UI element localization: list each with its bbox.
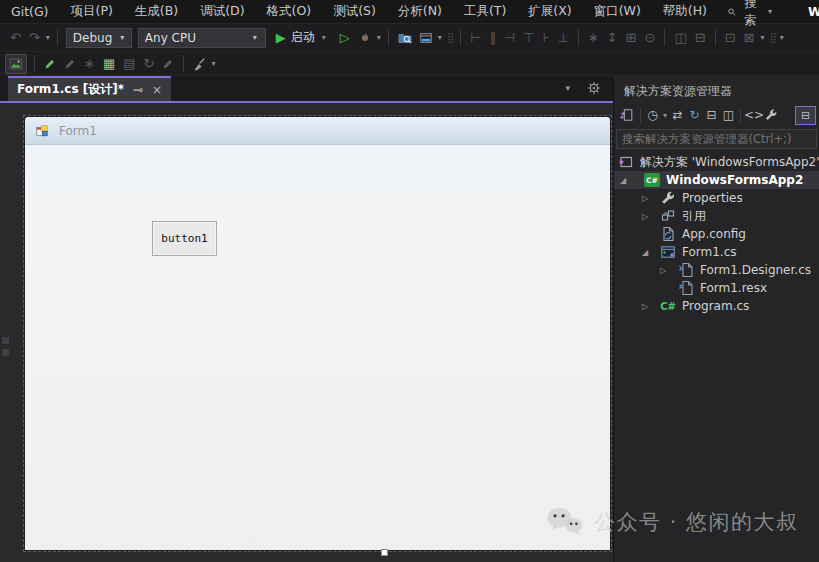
hot-reload-icon[interactable] <box>358 31 372 45</box>
folder-view-toggle[interactable]: ⊟ <box>795 106 816 125</box>
splitter-grip[interactable] <box>2 349 9 356</box>
toolbar-grip[interactable]: ⣿ <box>444 32 455 43</box>
align-tops-icon[interactable]: ⊤ <box>519 31 538 44</box>
tree-item-references[interactable]: ▷ 引用 <box>614 207 819 225</box>
refresh-icon[interactable]: ↻ <box>140 57 159 70</box>
menubar-right: 搜索 ▾ WindowsFormsApp2 <box>718 0 819 31</box>
send-to-back-icon[interactable]: ⊠ <box>740 31 759 44</box>
menu-project[interactable]: 项目(P) <box>60 0 124 23</box>
folder-view-icon: ⊟ <box>801 109 810 122</box>
search-label: 搜索 <box>745 0 761 29</box>
hot-reload-dropdown-icon[interactable]: ▾ <box>375 33 383 42</box>
live-edit-pen-icon[interactable] <box>43 57 57 71</box>
tree-item-solution[interactable]: 解决方案 'WindowsFormsApp2' (1 <box>614 153 819 171</box>
expander-icon[interactable]: ▷ <box>656 266 670 275</box>
divider <box>57 29 58 46</box>
make-same-width-icon[interactable]: ∗ <box>584 31 603 44</box>
pending-changes-filter-icon[interactable]: ◷ <box>644 109 661 121</box>
tree-item-project[interactable]: ◢ C# WindowsFormsApp2 <box>614 171 819 189</box>
toolbar-overflow-icon[interactable]: ▾ <box>209 59 217 68</box>
find-in-files-icon[interactable] <box>397 30 413 46</box>
configuration-dropdown[interactable]: Debug ▾ <box>66 28 132 48</box>
search-button[interactable]: 搜索 ▾ <box>718 0 780 31</box>
vertical-spacing-icon[interactable]: ⊟ <box>691 31 710 44</box>
close-icon[interactable]: × <box>152 83 162 97</box>
tree-label: App.config <box>682 227 746 241</box>
run-grid-icon[interactable]: ▦ <box>99 57 119 70</box>
menu-build[interactable]: 生成(B) <box>124 0 189 23</box>
divider <box>34 55 35 72</box>
edit-pen-icon[interactable] <box>63 57 77 71</box>
bring-to-front-icon[interactable]: ⊡ <box>721 31 740 44</box>
undo-icon[interactable]: ↶ <box>6 31 25 44</box>
expander-icon[interactable]: ▷ <box>638 194 652 203</box>
align-rights-icon[interactable]: ⊣ <box>500 31 519 44</box>
start-debugging-button[interactable]: ▶ 启动 ▾ <box>269 27 335 49</box>
tree-item-form1cs[interactable]: ◢ Form1.cs <box>614 243 819 261</box>
menu-bar: Git(G) 项目(P) 生成(B) 调试(D) 格式(O) 测试(S) 分析(… <box>0 0 819 24</box>
locked-pen-icon[interactable] <box>161 57 175 71</box>
broom-icon[interactable] <box>192 57 206 71</box>
menu-format[interactable]: 格式(O) <box>256 0 323 23</box>
toolbar-grip[interactable]: ⣿ <box>766 32 777 43</box>
splitter-grip[interactable] <box>2 337 9 344</box>
redo-dropdown-icon[interactable]: ▾ <box>44 33 52 42</box>
designed-form[interactable]: Form1 button1 <box>25 117 610 550</box>
tree-item-form1resx[interactable]: Form1.resx <box>614 279 819 297</box>
gear-icon[interactable] <box>587 81 601 95</box>
preview-selected-items-icon[interactable]: ◫ <box>720 109 737 121</box>
tree-item-form1designercs[interactable]: ▷ Form1.Designer.cs <box>614 261 819 279</box>
align-centers-icon[interactable]: ∥ <box>486 31 501 44</box>
tab-form1-designer[interactable]: Form1.cs [设计]* ⊸ × <box>8 76 171 101</box>
solution-search-box[interactable] <box>616 129 817 149</box>
menu-tools[interactable]: 工具(T) <box>453 0 517 23</box>
properties-wrench-icon[interactable] <box>764 108 778 122</box>
toolbar-overflow-icon[interactable]: ▾ <box>778 33 786 42</box>
menu-analyze[interactable]: 分析(N) <box>387 0 453 23</box>
collapse-all-icon[interactable]: ⊟ <box>703 109 720 121</box>
sync-with-active-document-icon[interactable] <box>620 108 634 122</box>
start-without-debugging-button[interactable]: ▷ <box>335 30 355 45</box>
toolbar-overflow-icon[interactable]: ▾ <box>758 33 766 42</box>
menu-test[interactable]: 测试(S) <box>322 0 387 23</box>
align-lefts-icon[interactable]: ⊢ <box>466 31 485 44</box>
chevron-down-icon[interactable]: ▾ <box>436 33 444 42</box>
menu-window[interactable]: 窗口(W) <box>583 0 652 23</box>
horizontal-spacing-icon[interactable]: ◫ <box>670 31 690 44</box>
expander-icon[interactable]: ▷ <box>638 212 652 221</box>
image-tool-button[interactable] <box>5 54 27 74</box>
make-same-size-icon[interactable]: ⊞ <box>622 31 641 44</box>
redo-icon[interactable]: ↷ <box>25 31 44 44</box>
expander-icon[interactable]: ◢ <box>638 248 652 257</box>
menu-help[interactable]: 帮助(H) <box>652 0 718 23</box>
menu-extensions[interactable]: 扩展(X) <box>517 0 582 23</box>
active-files-dropdown-icon[interactable]: ▾ <box>563 83 572 93</box>
tree-item-properties[interactable]: ▷ Properties <box>614 189 819 207</box>
refresh-icon[interactable]: ↻ <box>686 109 703 121</box>
align-bottoms-icon[interactable]: ⊥ <box>553 31 572 44</box>
show-all-files-icon[interactable]: <> <box>744 109 761 121</box>
divider <box>664 29 665 46</box>
filter-dropdown-icon[interactable]: ▾ <box>661 111 669 120</box>
zoom-icon[interactable]: ⊙ <box>641 31 660 44</box>
solution-window-icon[interactable] <box>419 31 433 45</box>
designer-button1[interactable]: button1 <box>152 221 217 256</box>
form-resize-handle[interactable] <box>381 549 388 556</box>
tree-item-appconfig[interactable]: App.config <box>614 225 819 243</box>
expander-icon[interactable]: ◢ <box>616 176 630 185</box>
solution-tree: 解决方案 'WindowsFormsApp2' (1 ◢ C# WindowsF… <box>614 151 819 562</box>
form-client-area[interactable]: button1 <box>25 145 610 550</box>
tree-item-programcs[interactable]: ▷ C# Program.cs <box>614 297 819 315</box>
pin-icon[interactable]: ⊸ <box>133 83 143 97</box>
make-same-height-icon[interactable]: ↕ <box>603 31 622 44</box>
menu-git[interactable]: Git(G) <box>0 1 60 22</box>
switch-views-icon[interactable]: ⇄ <box>669 109 686 121</box>
burst-icon[interactable]: ∗ <box>80 57 99 70</box>
solution-search-input[interactable] <box>617 132 816 146</box>
menu-debug[interactable]: 调试(D) <box>189 0 255 23</box>
align-middles-icon[interactable]: ⊦ <box>539 31 554 44</box>
export-grid-icon[interactable]: ▤ <box>119 57 139 70</box>
platform-dropdown[interactable]: Any CPU ▾ <box>138 28 266 48</box>
expander-icon[interactable]: ▷ <box>638 302 652 311</box>
designer-canvas[interactable]: Form1 button1 <box>0 103 613 562</box>
